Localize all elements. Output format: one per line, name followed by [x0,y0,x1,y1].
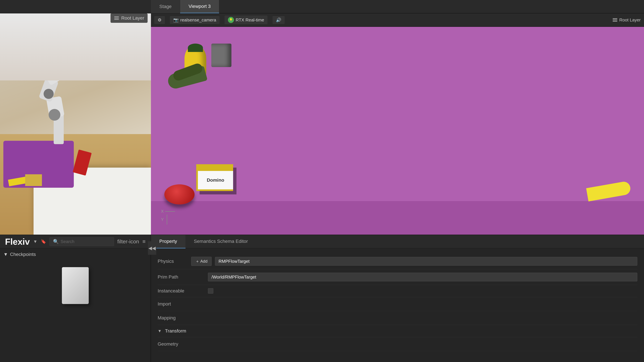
left-root-layer-text: Root Layer [121,15,144,21]
axis-indicator: X Y [161,209,175,225]
right-root-layer-badge: Root Layer [612,17,641,23]
right-root-layer-text: Root Layer [619,17,641,23]
property-panel: Property Semantics Schema Editor Physics… [151,235,644,362]
mapping-section: Mapping [158,311,637,325]
transform-expand-icon[interactable]: ▼ [158,329,162,333]
checkpoint-preview-area [3,260,147,311]
checkpoint-item[interactable] [62,267,89,304]
search-placeholder: Search [60,239,74,244]
collapse-icon: ◀◀ [148,245,156,251]
camera-floor [151,201,644,235]
add-button[interactable]: ＋ Add [191,257,212,266]
right-viewport[interactable]: ⚙ 📷 realsense_camera 💡 RTX Real-time 🔊 R… [151,13,644,235]
checkpoints-triangle: ▼ [3,252,8,257]
red-bowl [164,184,194,204]
transform-label: Transform [165,328,186,334]
rtx-icon: 💡 [228,17,234,23]
import-section: Import [158,297,637,311]
layers-icon-right [612,17,618,23]
geometry-content [191,337,637,351]
layers-icon-left [114,15,119,21]
robot-joint-1 [49,109,60,121]
prim-path-label: Prim Path [158,274,201,280]
tab-semantics[interactable]: Semantics Schema Editor [186,235,256,248]
y-axis-label: Y [161,217,164,222]
instanceable-row: Instanceable [158,285,637,297]
domino-label: Domino [198,171,233,189]
bottom-panel: Flexiv ▼ 🔖 🔍 Search filter-icon ≡ ▼ Chec… [0,235,644,362]
prim-path-value[interactable]: /World/RMPFlowTarget [208,273,637,281]
camera-button[interactable]: 📷 realsense_camera [170,16,220,24]
prim-path-row: Prim Path /World/RMPFlowTarget [158,269,637,285]
physics-value-input[interactable]: RMPFlowTarget [215,257,637,266]
camera-icon: 📷 [173,17,178,23]
checkpoints-panel: ▼ Checkpoints [0,248,150,362]
right-viewport-toolbar: ⚙ 📷 realsense_camera 💡 RTX Real-time 🔊 R… [151,13,644,27]
left-scene-bg [0,13,151,235]
rtx-label: RTX Real-time [236,17,264,23]
camera-view[interactable]: Domino X Y [151,27,644,235]
robot-joint-2 [44,89,54,99]
mapping-label: Mapping [158,311,191,325]
camera-label: realsense_camera [180,17,216,23]
physics-section: Physics ＋ Add RMPFlowTarget [158,253,637,269]
x-axis-label: X [161,209,164,214]
wall [0,13,151,80]
tab-stage[interactable]: Stage [151,0,180,13]
audio-button[interactable]: 🔊 [272,16,284,24]
rtx-button[interactable]: 💡 RTX Real-time [224,15,268,24]
outliner-header: Flexiv ▼ 🔖 🔍 Search filter-icon ≡ [0,235,150,248]
instanceable-checkbox[interactable] [208,288,213,294]
top-bar-right: Stage Viewport 3 [151,0,644,13]
tin-can [211,43,232,67]
menu-button[interactable]: ≡ [142,239,146,245]
physics-label: Physics [158,253,191,269]
checkpoints-label: Checkpoints [10,252,36,257]
left-root-layer-badge: Root Layer [110,13,148,23]
box-tray [25,174,42,186]
left-viewport[interactable]: Root Layer [0,13,151,235]
audio-icon: 🔊 [276,17,281,23]
outliner-content: ▼ Checkpoints [0,248,150,362]
import-label: Import [158,297,191,311]
mapping-content [191,311,637,325]
search-box[interactable]: 🔍 Search [50,237,114,246]
transform-section: ▼ Transform [158,325,637,337]
physics-content: ＋ Add RMPFlowTarget [191,253,637,269]
dropdown-arrow[interactable]: ▼ [33,239,38,244]
import-content [191,297,637,311]
bottle-cap [188,43,203,52]
filter-button[interactable]: filter-icon [118,239,139,245]
property-tabs: Property Semantics Schema Editor [151,235,644,248]
instanceable-label: Instanceable [158,288,201,294]
top-tab-bar: Stage Viewport 3 [0,0,644,13]
bookmark-button[interactable]: 🔖 [41,239,46,244]
property-content: Physics ＋ Add RMPFlowTarget Prim Path /W… [151,248,644,362]
settings-button[interactable]: ⚙ [154,16,165,24]
search-icon: 🔍 [53,239,59,244]
gear-icon: ⚙ [158,17,162,23]
tab-viewport3[interactable]: Viewport 3 [180,0,219,13]
checkpoints-header: ▼ Checkpoints [3,252,147,257]
collapse-button[interactable]: ◀◀ [148,241,156,255]
outliner-panel: Flexiv ▼ 🔖 🔍 Search filter-icon ≡ ▼ Chec… [0,235,151,362]
flexiv-label: Flexiv [5,237,30,247]
geometry-section: Geometry [158,337,637,351]
geometry-label: Geometry [158,337,191,351]
